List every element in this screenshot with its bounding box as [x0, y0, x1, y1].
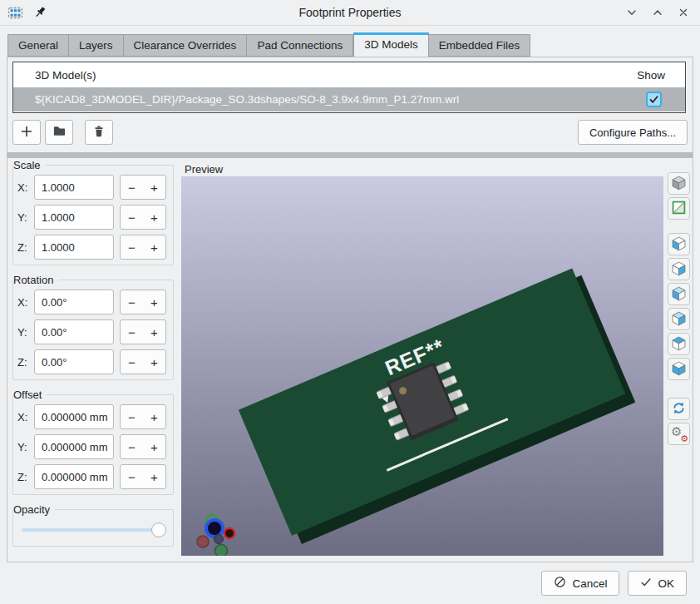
show-checkbox[interactable]: [646, 92, 662, 107]
model-toolbar: Configure Paths...: [12, 120, 688, 145]
rotation-y-decrement[interactable]: −: [121, 320, 143, 344]
tab-layers[interactable]: Layers: [69, 34, 124, 57]
orthographic-projection-button[interactable]: [668, 172, 690, 195]
scale-y-label: Y:: [17, 211, 34, 224]
offset-z-increment[interactable]: +: [143, 465, 165, 488]
reload-button[interactable]: [668, 398, 690, 420]
scale-y-decrement[interactable]: −: [121, 205, 143, 229]
opacity-slider[interactable]: [22, 522, 165, 537]
model-path: ${KICAD8_3DMODEL_DIR}/Package_SO.3dshape…: [35, 93, 459, 106]
scale-y-increment[interactable]: +: [143, 205, 165, 229]
dialog-footer: Cancel OK: [0, 562, 700, 604]
view-left-button[interactable]: [668, 233, 690, 255]
scale-x-increment[interactable]: +: [143, 176, 165, 199]
column-header-show: Show: [637, 69, 665, 82]
rotation-group: Rotation X: 0.00° − + Y: 0.00° − + Z: 0.…: [12, 280, 174, 380]
close-window-icon[interactable]: [678, 7, 689, 18]
rotation-y-spinner: − +: [120, 319, 166, 344]
check-icon: [640, 577, 652, 591]
rotation-z-spinner: − +: [120, 349, 166, 374]
scale-z-decrement[interactable]: −: [121, 235, 143, 259]
rotation-x-spinner: − +: [120, 290, 166, 314]
view-bottom-button[interactable]: [668, 358, 690, 380]
preview-label: Preview: [185, 163, 223, 176]
board-body-icon: [671, 200, 687, 218]
cancel-button[interactable]: Cancel: [541, 571, 619, 596]
add-model-button[interactable]: [12, 120, 41, 145]
rotation-y-increment[interactable]: +: [143, 320, 165, 344]
rotation-group-label: Rotation: [13, 274, 58, 286]
column-header-models: 3D Model(s): [35, 69, 96, 82]
plus-icon: [20, 125, 33, 141]
scale-z-input[interactable]: 1.0000: [34, 235, 114, 260]
offset-x-decrement[interactable]: −: [121, 405, 143, 428]
view-right-cube-icon: [670, 260, 688, 280]
rotation-x-increment[interactable]: +: [143, 290, 165, 314]
rotation-z-decrement[interactable]: −: [121, 350, 143, 374]
offset-y-increment[interactable]: +: [143, 435, 165, 458]
gears-icon: ⚙ ⚙: [671, 426, 687, 442]
view-front-button[interactable]: [668, 283, 690, 305]
view-top-cube-icon: [670, 334, 688, 354]
rotation-x-decrement[interactable]: −: [121, 290, 143, 314]
tab-3d-models[interactable]: 3D Models: [353, 32, 429, 57]
opacity-slider-handle[interactable]: [151, 522, 166, 537]
delete-model-button[interactable]: [85, 120, 113, 145]
view-toolbar: ⚙ ⚙: [667, 172, 691, 448]
view-back-cube-icon: [670, 309, 688, 329]
preview-3d-viewport[interactable]: REF**: [181, 176, 663, 556]
reload-icon: [671, 400, 687, 418]
scale-x-decrement[interactable]: −: [121, 176, 143, 199]
settings-button[interactable]: ⚙ ⚙: [668, 423, 690, 445]
scale-z-increment[interactable]: +: [143, 235, 165, 259]
offset-x-label: X:: [17, 411, 34, 423]
rotation-z-increment[interactable]: +: [143, 350, 165, 374]
browse-model-button[interactable]: [45, 120, 73, 145]
offset-x-increment[interactable]: +: [143, 405, 165, 428]
offset-y-decrement[interactable]: −: [121, 435, 143, 458]
model-row[interactable]: ${KICAD8_3DMODEL_DIR}/Package_SO.3dshape…: [13, 87, 685, 111]
scale-x-input[interactable]: 1.0000: [34, 175, 114, 200]
offset-x-input[interactable]: 0.000000 mm: [34, 404, 114, 429]
scale-x-label: X:: [17, 181, 34, 194]
shade-window-icon[interactable]: [626, 7, 638, 18]
scale-y-spinner: − +: [120, 205, 166, 230]
tab-embedded-files[interactable]: Embedded Files: [429, 34, 531, 57]
view-back-button[interactable]: [668, 308, 690, 330]
ok-button[interactable]: OK: [628, 571, 687, 596]
configure-paths-button[interactable]: Configure Paths...: [578, 120, 688, 145]
view-right-button[interactable]: [668, 258, 690, 280]
rotation-z-input[interactable]: 0.00°: [34, 349, 114, 374]
view-bottom-cube-icon: [670, 359, 688, 379]
offset-z-input[interactable]: 0.000000 mm: [34, 464, 114, 489]
tab-general[interactable]: General: [7, 34, 69, 57]
view-left-cube-icon: [670, 235, 688, 255]
scale-group-label: Scale: [13, 159, 46, 171]
offset-group: Offset X: 0.000000 mm − + Y: 0.000000 mm…: [12, 394, 174, 495]
scale-z-label: Z:: [17, 241, 34, 254]
model-list-header: 3D Model(s) Show: [13, 62, 685, 87]
scale-z-spinner: − +: [120, 235, 166, 260]
board-body-toggle-button[interactable]: [668, 197, 690, 220]
maximize-window-icon[interactable]: [652, 7, 663, 18]
rotation-y-input[interactable]: 0.00°: [34, 319, 114, 344]
splitter-sash[interactable]: [7, 152, 693, 158]
view-top-button[interactable]: [668, 333, 690, 355]
offset-y-spinner: − +: [120, 434, 166, 459]
axis-gizmo[interactable]: [190, 511, 248, 556]
cancel-button-label: Cancel: [572, 577, 607, 590]
opacity-group: Opacity: [12, 509, 174, 547]
opacity-slider-track[interactable]: [22, 528, 165, 532]
rotation-z-label: Z:: [17, 356, 34, 369]
offset-z-decrement[interactable]: −: [121, 465, 143, 488]
scale-y-input[interactable]: 1.0000: [34, 205, 114, 230]
offset-z-spinner: − +: [120, 464, 166, 489]
tab-pad-connections[interactable]: Pad Connections: [247, 34, 353, 57]
offset-y-input[interactable]: 0.000000 mm: [34, 434, 114, 459]
tab-clearance-overrides[interactable]: Clearance Overrides: [124, 34, 248, 57]
rotation-x-input[interactable]: 0.00°: [34, 290, 114, 314]
offset-z-label: Z:: [17, 471, 34, 483]
model-list[interactable]: 3D Model(s) Show ${KICAD8_3DMODEL_DIR}/P…: [12, 62, 686, 113]
rotation-y-label: Y:: [17, 326, 34, 339]
transform-panel: Scale X: 1.0000 − + Y: 1.0000 − + Z: 1.0…: [12, 165, 174, 561]
